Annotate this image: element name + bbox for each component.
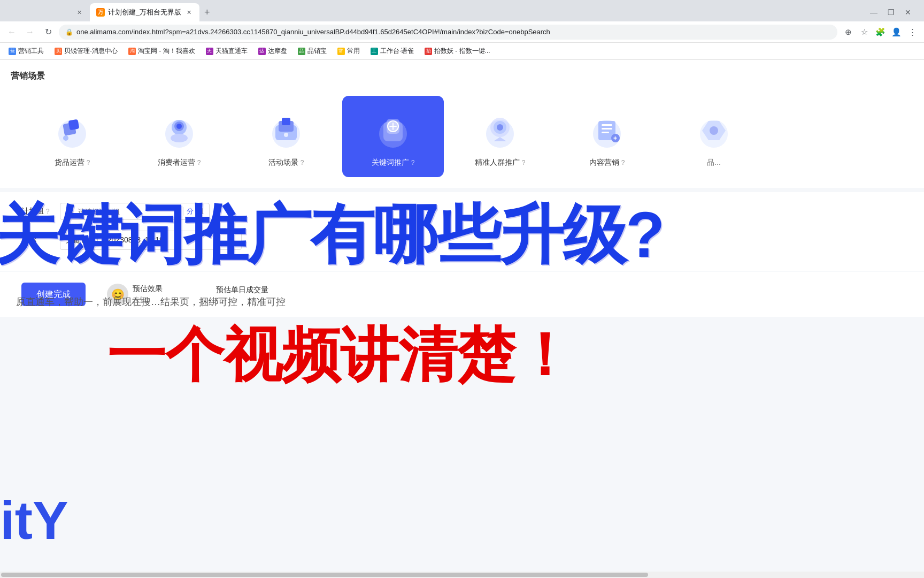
scenario-partial[interactable]: 品... [663, 96, 765, 177]
scenario-consumer[interactable]: 消费者运营 ? [128, 96, 230, 177]
bookmark-label-7: 常用 [347, 47, 360, 56]
bookmark-label-1: 营销工具 [18, 47, 44, 56]
content-icon-wrap [583, 105, 631, 154]
goods-help-icon[interactable]: ? [87, 159, 90, 166]
new-tab-button[interactable]: + [199, 5, 214, 20]
browser-chrome: ✕ 万 计划创建_万相台无界版 ✕ + — ❐ ✕ ← → ↻ 🔒 one.al… [0, 0, 924, 60]
bookmark-favicon-5: 达 [258, 48, 266, 55]
extension-icon[interactable]: 🧩 [873, 25, 888, 40]
scrollbar-thumb[interactable] [1, 573, 648, 577]
bookmark-marketing-tools[interactable]: 营 营销工具 [4, 45, 48, 57]
horizontal-scrollbar[interactable] [0, 572, 924, 578]
audience-icon [479, 108, 521, 151]
tab-active[interactable]: 万 计划创建_万相台无界版 ✕ [90, 3, 199, 21]
back-button[interactable]: ← [4, 25, 19, 40]
consumer-help-icon[interactable]: ? [197, 159, 201, 166]
content-icon [586, 108, 628, 151]
address-text: one.alimama.com/index.html?spm=a21dvs.24… [76, 28, 831, 36]
bookmark-common[interactable]: 常 常用 [333, 45, 364, 57]
bookmark-star-icon[interactable]: ☆ [857, 25, 872, 40]
goods-name: 货品运营 ? [55, 158, 90, 168]
group-action-btn[interactable]: 分 [187, 207, 194, 216]
audience-icon-wrap [476, 105, 524, 154]
svg-point-23 [497, 124, 503, 131]
bookmark-taobao[interactable]: 淘 淘宝网 - 淘！我喜欢 [124, 45, 199, 57]
profile-icon[interactable]: 👤 [889, 25, 904, 40]
bookmark-beiru[interactable]: 贝 贝锐管理-消息中心 [50, 45, 122, 57]
campaign-name-input[interactable] [60, 231, 242, 250]
bookmark-tianmao[interactable]: 天 天猫直通车 [202, 45, 252, 57]
svg-point-8 [171, 134, 188, 142]
page-content: 营销场景 货品运营 ? [0, 60, 924, 578]
keyword-icon-wrap [369, 105, 417, 154]
content-name: 内容营销 ? [589, 158, 625, 168]
scenarios-grid: 货品运营 ? 消费者运营 ? [0, 90, 924, 188]
svg-rect-26 [602, 124, 612, 126]
bookmark-taishu[interactable]: 抬 抬数妖 - 指数一键... [420, 45, 495, 57]
bookmark-favicon-3: 淘 [128, 48, 136, 55]
keyword-icon [372, 108, 414, 151]
overlay-subtitle: 一个视频讲清楚！ [107, 322, 573, 387]
keyword-name: 关键词推广 ? [372, 158, 415, 168]
tab-close-inactive[interactable]: ✕ [75, 8, 83, 17]
scenario-activity[interactable]: 活动场景 ? [235, 96, 337, 177]
refresh-button[interactable]: ↻ [41, 25, 56, 40]
address-bar-row: ← → ↻ 🔒 one.alimama.com/index.html?spm=a… [0, 21, 924, 43]
form-name-row: 名称 [21, 231, 903, 250]
svg-rect-2 [68, 119, 80, 131]
scenario-goods[interactable]: 货品运营 ? [21, 96, 123, 177]
bookmark-favicon-6: 品 [298, 48, 305, 55]
content-help-icon[interactable]: ? [621, 159, 625, 166]
activity-help-icon[interactable]: ? [301, 159, 304, 166]
tab-favicon: 万 [96, 8, 105, 17]
scenario-content[interactable]: 内容营销 ? [556, 96, 658, 177]
close-button[interactable]: ✕ [900, 5, 915, 20]
bookmark-favicon-7: 常 [337, 48, 345, 55]
scenario-audience[interactable]: 精准人群推广 ? [449, 96, 551, 177]
svg-point-7 [176, 124, 182, 129]
consumer-name: 消费者运营 ? [158, 158, 201, 168]
cast-icon[interactable]: ⊕ [841, 25, 856, 40]
tab-inactive[interactable]: ✕ [4, 3, 90, 21]
scenario-keyword[interactable]: 关键词推广 ? [342, 96, 444, 177]
maximize-button[interactable]: ❐ [883, 5, 898, 20]
bookmark-pxb[interactable]: 品 品销宝 [294, 45, 331, 57]
toolbar-icons: ⊕ ☆ 🧩 👤 ⋮ [841, 25, 920, 40]
audience-help-icon[interactable]: ? [522, 159, 526, 166]
bookmark-label-4: 天猫直通车 [215, 47, 248, 56]
bookmark-workbench[interactable]: 工 工作台·语雀 [366, 45, 418, 57]
bookmark-label-2: 贝锐管理-消息中心 [64, 47, 118, 56]
activity-icon [265, 108, 307, 151]
goods-icon-wrap [48, 105, 96, 154]
bookmark-favicon-1: 营 [9, 48, 16, 55]
address-field[interactable]: 🔒 one.alimama.com/index.html?spm=a21dvs.… [59, 25, 837, 40]
keyword-help-icon[interactable]: ? [411, 159, 415, 166]
partial-name: 品... [707, 158, 721, 168]
window-controls: — ❐ ✕ [866, 5, 920, 20]
group-search-field[interactable] [78, 208, 180, 216]
group-help-icon[interactable]: ? [46, 208, 50, 215]
bookmark-damo[interactable]: 达 达摩盘 [254, 45, 291, 57]
partial-icon-wrap [690, 105, 738, 154]
minimize-button[interactable]: — [866, 5, 881, 20]
bookmark-label-6: 品销宝 [307, 47, 327, 56]
consumer-icon [158, 108, 201, 151]
menu-icon[interactable]: ⋮ [905, 25, 920, 40]
audience-name: 精准人群推广 ? [475, 158, 526, 168]
bookmark-favicon-8: 工 [371, 48, 378, 55]
svg-rect-27 [602, 128, 612, 130]
group-search-input[interactable]: 🔍 分 组 [60, 203, 210, 220]
group-action-label: 组 [197, 207, 204, 216]
bookmark-favicon-4: 天 [206, 48, 213, 55]
goods-icon [51, 108, 94, 151]
bookmark-label-5: 达摩盘 [268, 47, 287, 56]
bookmark-favicon-2: 贝 [55, 48, 62, 55]
bookmark-label-3: 淘宝网 - 淘！我喜欢 [138, 47, 195, 56]
forward-button[interactable]: → [22, 25, 37, 40]
svg-point-13 [284, 133, 288, 137]
form-group-row: 计划组 ? 🔍 分 组 [21, 203, 903, 220]
search-icon: 🔍 [66, 207, 75, 216]
tab-close-active[interactable]: ✕ [184, 8, 193, 17]
activity-icon-wrap [262, 105, 310, 154]
estimate-label: 预估效果 [133, 284, 163, 294]
